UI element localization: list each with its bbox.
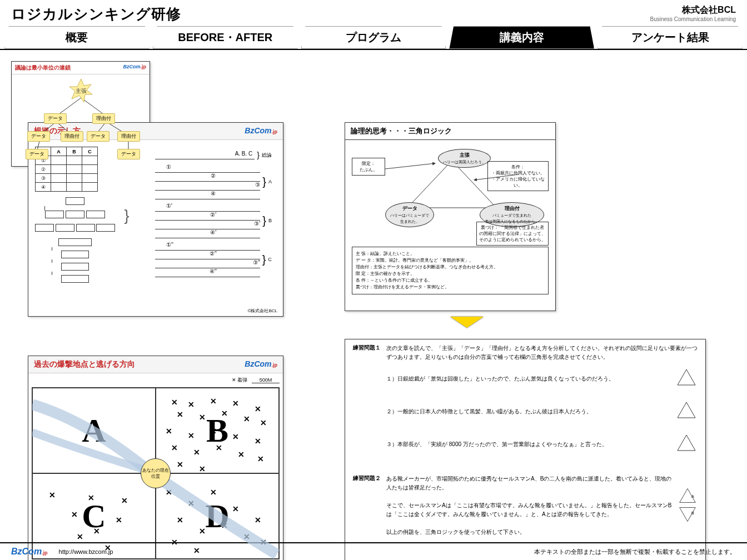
- bzcom-logo: BzCom.jp: [245, 126, 277, 136]
- content-area: 根拠の示し方 BzCom.jp ABC ① ② ③ ④: [0, 50, 747, 178]
- tab-bar: 概要 BEFORE・AFTER プログラム 講義内容 アンケート結果: [0, 24, 747, 50]
- panel2-body: ✕ 着弾 500M A B C D あなたの現在位置 ✕✕✕✕✕✕✕✕✕✕✕✕✕…: [28, 373, 283, 560]
- panel4-body: 主張 データ 理由付 データ 理由付 データ 理由付 データ データ: [12, 74, 150, 163]
- down-arrow-icon: [450, 317, 484, 328]
- panel-triangle-logic: 論理的思考・・・三角ロジック 主張ハリーは英国人だろう。 限定： たぶん。 条件…: [345, 122, 556, 311]
- panel3-title: 論理的思考・・・三角ロジック: [345, 123, 555, 140]
- panel1-copyright: ©株式会社BCL: [248, 308, 277, 314]
- star-label: 主張: [76, 88, 87, 94]
- node-backing: 裏づけ： 「英国領で生まれた者の国籍に関する法律」によって、そのように定められて…: [476, 222, 549, 246]
- panel-bombing-map: 過去の爆撃地点と逃げる方向 BzCom.jp ✕ 着弾 500M A B C D…: [28, 356, 283, 560]
- svg-marker-13: [678, 369, 695, 385]
- panel-chain: 議論は最小単位の連鎖BzCom.jp 主張 データ 理由付 データ 理由付 デー…: [11, 61, 150, 167]
- tab-lecture[interactable]: 講義内容: [449, 26, 594, 49]
- exercise-1: 練習問題１ 次の文章を読んで、「主張」「データ」「理由付」となる考え方を分析して…: [345, 339, 705, 470]
- node-cond: 条件： ・両親共に外国人でない。 ・アメリカに帰化していない。: [487, 161, 549, 191]
- tab-overview[interactable]: 概要: [4, 26, 150, 49]
- svg-line-1: [385, 163, 435, 169]
- header: ロジカルシンキング研修 株式会社BCL Business Communicati…: [0, 0, 747, 24]
- tree-diagram: [35, 197, 115, 284]
- panel2-title: 過去の爆撃地点と逃げる方向 BzCom.jp: [28, 356, 283, 373]
- quadrant-map: A B C D あなたの現在位置 ✕✕✕✕✕✕✕✕✕✕✕✕✕✕✕✕✕✕✕✕✕✕✕…: [32, 387, 280, 559]
- company-block: 株式会社BCL Business Communication Learning: [650, 4, 736, 22]
- node-claim: 主張ハリーは英国人だろう。: [438, 149, 491, 168]
- map-legend: ✕ 着弾 500M: [32, 377, 280, 384]
- company-sub: Business Communication Learning: [650, 16, 736, 22]
- panel1-right: A. B. C } 総論 ①②③④}A①'②'③'④'}B①''②''③''④'…: [155, 151, 272, 281]
- svg-text:B: B: [691, 511, 694, 516]
- exercise-2: 練習問題２ ある靴メーカーが、市場開拓のために優秀なセールスマンA、Bの二人を南…: [345, 470, 705, 541]
- svg-marker-0: [407, 161, 496, 208]
- page-title: ロジカルシンキング研修: [11, 4, 181, 24]
- tab-program[interactable]: プログラム: [301, 26, 446, 49]
- tab-before-after[interactable]: BEFORE・AFTER: [153, 26, 298, 49]
- tab-survey[interactable]: アンケート結果: [597, 26, 743, 49]
- definitions-box: 主 張：結論。訴えたいこと。デ ー タ：実際。統計。専門家の意見など「客観的事実…: [352, 247, 549, 294]
- panel-exercises: 練習問題１ 次の文章を読んで、「主張」「データ」「理由付」となる考え方を分析して…: [345, 339, 706, 560]
- node-data: データハリーはバミューダで 生まれた。: [385, 202, 434, 227]
- panel3-body: 主張ハリーは英国人だろう。 限定： たぶん。 条件： ・両親共に外国人でない。 …: [345, 140, 555, 301]
- svg-marker-15: [678, 435, 695, 451]
- svg-marker-14: [678, 402, 695, 418]
- center-marker: あなたの現在位置: [141, 458, 171, 488]
- svg-text:A: A: [691, 494, 694, 499]
- node-limit: 限定： たぶん。: [352, 158, 385, 176]
- bzcom-logo: BzCom.jp: [245, 359, 277, 369]
- footer-notice: 本テキストの全部または一部を無断で複製・転載することを禁止します。: [534, 548, 736, 556]
- company-name: 株式会社BCL: [650, 4, 736, 16]
